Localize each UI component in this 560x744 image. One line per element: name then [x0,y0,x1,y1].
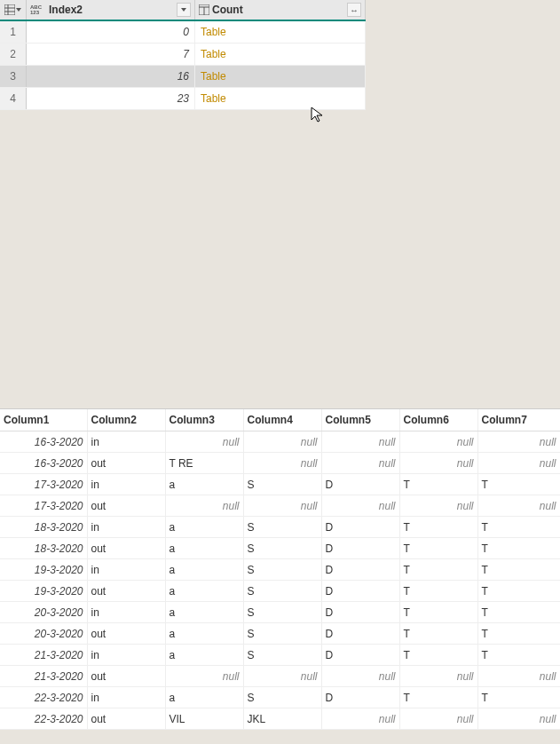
preview-cell[interactable]: null [399,708,477,730]
preview-cell[interactable]: out [87,581,165,602]
preview-cell[interactable]: a [165,602,243,623]
preview-cell[interactable]: null [477,708,560,730]
row-index-cell[interactable]: 4 [0,88,27,109]
preview-cell[interactable]: 22-3-2020 [0,708,87,730]
preview-cell[interactable]: 22-3-2020 [0,687,87,708]
preview-row[interactable]: 16-3-2020outT REnullnullnullnull [0,453,560,474]
row-index-cell[interactable]: 3 [0,66,27,87]
preview-row[interactable]: 17-3-2020outnullnullnullnullnull [0,495,560,517]
cell-index2[interactable]: 23 [27,88,195,109]
preview-cell[interactable]: null [165,431,243,453]
preview-cell[interactable]: S [243,623,321,645]
preview-cell[interactable]: S [243,602,321,623]
preview-cell[interactable]: null [321,431,399,453]
preview-cell[interactable]: in [87,602,165,623]
preview-cell[interactable]: null [243,453,321,474]
preview-row[interactable]: 17-3-2020inaSDTT [0,474,560,495]
table-row[interactable]: 423Table [0,88,366,110]
preview-cell[interactable]: a [165,687,243,708]
preview-cell[interactable]: null [477,453,560,474]
preview-cell[interactable]: D [321,687,399,708]
preview-cell[interactable]: T [477,517,560,538]
preview-cell[interactable]: T [399,517,477,538]
preview-cell[interactable]: T [477,474,560,495]
preview-row[interactable]: 20-3-2020outaSDTT [0,623,560,645]
preview-cell[interactable]: null [399,495,477,517]
preview-cell[interactable]: T [477,602,560,623]
preview-cell[interactable]: D [321,623,399,645]
preview-cell[interactable]: D [321,581,399,602]
cell-index2[interactable]: 0 [27,21,195,43]
preview-cell[interactable]: a [165,645,243,666]
cell-index2[interactable]: 7 [27,44,195,65]
preview-row[interactable]: 22-3-2020inaSDTT [0,687,560,708]
preview-cell[interactable]: VIL [165,708,243,730]
preview-cell[interactable]: null [165,666,243,687]
preview-cell[interactable]: 17-3-2020 [0,474,87,495]
preview-row[interactable]: 22-3-2020outVILJKLnullnullnull [0,708,560,730]
preview-cell[interactable]: T [477,623,560,645]
preview-cell[interactable]: T [477,687,560,708]
preview-cell[interactable]: null [399,431,477,453]
preview-cell[interactable]: out [87,708,165,730]
cell-count-table-link[interactable]: Table [195,88,366,109]
preview-cell[interactable]: D [321,602,399,623]
preview-cell[interactable]: D [321,645,399,666]
preview-column-header[interactable]: Column7 [477,409,560,431]
preview-cell[interactable]: T [399,474,477,495]
preview-cell[interactable]: T RE [165,453,243,474]
preview-cell[interactable]: S [243,559,321,581]
preview-cell[interactable]: null [399,666,477,687]
preview-cell[interactable]: null [243,431,321,453]
preview-cell[interactable]: null [321,495,399,517]
cell-index2[interactable]: 16 [27,66,195,87]
cell-count-table-link[interactable]: Table [195,66,366,87]
preview-column-header[interactable]: Column6 [399,409,477,431]
preview-cell[interactable]: null [321,666,399,687]
preview-cell[interactable]: T [477,645,560,666]
preview-cell[interactable]: 16-3-2020 [0,453,87,474]
preview-row[interactable]: 19-3-2020inaSDTT [0,559,560,581]
preview-cell[interactable]: null [243,495,321,517]
preview-cell[interactable]: T [399,623,477,645]
preview-column-header[interactable]: Column5 [321,409,399,431]
preview-cell[interactable]: 20-3-2020 [0,623,87,645]
preview-cell[interactable]: S [243,645,321,666]
preview-cell[interactable]: in [87,559,165,581]
preview-cell[interactable]: 18-3-2020 [0,538,87,559]
preview-cell[interactable]: D [321,538,399,559]
preview-cell[interactable]: T [399,538,477,559]
preview-cell[interactable]: T [399,559,477,581]
preview-cell[interactable]: in [87,517,165,538]
preview-cell[interactable]: in [87,687,165,708]
preview-cell[interactable]: S [243,581,321,602]
preview-cell[interactable]: in [87,645,165,666]
cell-count-table-link[interactable]: Table [195,21,366,43]
preview-cell[interactable]: T [477,559,560,581]
preview-cell[interactable]: D [321,517,399,538]
preview-cell[interactable]: in [87,431,165,453]
preview-cell[interactable]: 17-3-2020 [0,495,87,517]
column-header-count[interactable]: Count ↔ [195,0,366,20]
preview-cell[interactable]: 19-3-2020 [0,581,87,602]
column-header-index2[interactable]: ABC 123 Index2 [27,0,195,20]
preview-cell[interactable]: S [243,474,321,495]
preview-cell[interactable]: S [243,687,321,708]
preview-cell[interactable]: out [87,666,165,687]
row-index-cell[interactable]: 1 [0,21,27,43]
preview-cell[interactable]: 19-3-2020 [0,559,87,581]
preview-cell[interactable]: T [399,687,477,708]
preview-cell[interactable]: null [477,495,560,517]
preview-cell[interactable]: T [399,645,477,666]
preview-cell[interactable]: a [165,623,243,645]
table-row[interactable]: 10Table [0,21,366,44]
preview-cell[interactable]: 18-3-2020 [0,517,87,538]
preview-column-header[interactable]: Column3 [165,409,243,431]
preview-cell[interactable]: a [165,474,243,495]
preview-row[interactable]: 20-3-2020inaSDTT [0,602,560,623]
preview-cell[interactable]: null [477,666,560,687]
table-row[interactable]: 27Table [0,44,366,66]
preview-cell[interactable]: out [87,453,165,474]
preview-cell[interactable]: a [165,559,243,581]
preview-row[interactable]: 18-3-2020inaSDTT [0,517,560,538]
